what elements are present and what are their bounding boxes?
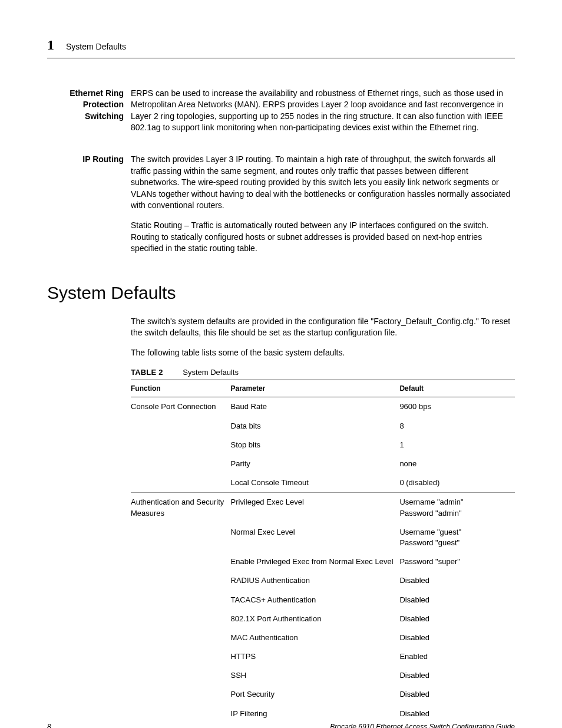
feature-block: IP RoutingThe switch provides Layer 3 IP…	[47, 154, 515, 263]
cell-default: Disabled	[399, 571, 515, 590]
cell-function	[131, 473, 231, 493]
cell-default: 0 (disabled)	[399, 473, 515, 493]
cell-default: Disabled	[399, 704, 515, 723]
table-row: Normal Exec LevelUsername "guest" Passwo…	[131, 523, 515, 552]
table-row: MAC AuthenticationDisabled	[131, 628, 515, 647]
system-defaults-table: Function Parameter Default Console Port …	[131, 380, 515, 728]
cell-default: 9600 bps	[399, 397, 515, 417]
table-caption-label: TABLE 2	[131, 368, 163, 377]
cell-parameter: IP Filtering	[231, 704, 400, 723]
cell-default: Username "admin" Password "admin"	[399, 493, 515, 523]
cell-function	[131, 704, 231, 723]
table-header-default: Default	[399, 380, 515, 397]
table-caption-text: System Defaults	[183, 368, 239, 377]
cell-default: none	[399, 454, 515, 473]
table-row: RADIUS AuthenticationDisabled	[131, 571, 515, 590]
feature-label: Ethernet Ring Protection Switching	[47, 88, 131, 142]
table-row: Port SecurityDisabled	[131, 685, 515, 704]
feature-paragraph: The switch provides Layer 3 IP routing. …	[131, 154, 515, 212]
table-row: HTTPSEnabled	[131, 647, 515, 666]
cell-function	[131, 417, 231, 436]
table-row: Paritynone	[131, 454, 515, 473]
cell-function	[131, 552, 231, 571]
cell-default: Username "guest" Password "guest"	[399, 523, 515, 552]
table-row: SSHDisabled	[131, 666, 515, 685]
feature-text: The switch provides Layer 3 IP routing. …	[131, 154, 515, 263]
table-header-function: Function	[131, 380, 231, 397]
cell-function: Console Port Connection	[131, 397, 231, 417]
table-header-parameter: Parameter	[231, 380, 400, 397]
cell-parameter: MAC Authentication	[231, 628, 400, 647]
table-caption: TABLE 2 System Defaults	[131, 367, 515, 380]
cell-parameter: RADIUS Authentication	[231, 571, 400, 590]
cell-default: Disabled	[399, 610, 515, 628]
section-paragraph: The following table lists some of the ba…	[131, 347, 515, 359]
cell-parameter: SSH	[231, 666, 400, 685]
cell-parameter: Parity	[231, 454, 400, 473]
cell-parameter: Normal Exec Level	[231, 523, 400, 552]
footer-doc-title: Brocade 6910 Ethernet Access Switch Conf…	[330, 722, 515, 728]
chapter-number: 1	[47, 35, 54, 55]
table-row: Enable Privileged Exec from Normal Exec …	[131, 552, 515, 571]
cell-default: Disabled	[399, 666, 515, 685]
cell-parameter: Stop bits	[231, 436, 400, 454]
cell-function	[131, 685, 231, 704]
table-row: Authentication and Security MeasuresPriv…	[131, 493, 515, 523]
cell-function	[131, 666, 231, 685]
table-row: IP FilteringDisabled	[131, 704, 515, 723]
feature-text: ERPS can be used to increase the availab…	[131, 88, 515, 142]
page-footer: 8 Brocade 6910 Ethernet Access Switch Co…	[47, 722, 515, 728]
cell-function: Authentication and Security Measures	[131, 493, 231, 523]
cell-default: Password "super"	[399, 552, 515, 571]
table-row: Data bits8	[131, 417, 515, 436]
feature-block: Ethernet Ring Protection SwitchingERPS c…	[47, 88, 515, 142]
feature-paragraph: ERPS can be used to increase the availab…	[131, 88, 515, 134]
section-heading: System Defaults	[47, 281, 515, 305]
cell-function	[131, 571, 231, 590]
table-row: TACACS+ AuthenticationDisabled	[131, 591, 515, 610]
table-row: Local Console Timeout0 (disabled)	[131, 473, 515, 493]
cell-parameter: Local Console Timeout	[231, 473, 400, 493]
cell-default: Disabled	[399, 591, 515, 610]
table-row: 802.1X Port AuthenticationDisabled	[131, 610, 515, 628]
cell-parameter: TACACS+ Authentication	[231, 591, 400, 610]
table-row: Stop bits1	[131, 436, 515, 454]
cell-default: Disabled	[399, 685, 515, 704]
cell-function	[131, 436, 231, 454]
cell-parameter: Privileged Exec Level	[231, 493, 400, 523]
cell-default: Disabled	[399, 628, 515, 647]
cell-parameter: Data bits	[231, 417, 400, 436]
cell-function	[131, 628, 231, 647]
cell-parameter: Baud Rate	[231, 397, 400, 417]
cell-function	[131, 454, 231, 473]
cell-parameter: Port Security	[231, 685, 400, 704]
cell-default: Enabled	[399, 647, 515, 666]
cell-function	[131, 647, 231, 666]
cell-parameter: HTTPS	[231, 647, 400, 666]
section-paragraph: The switch's system defaults are provide…	[131, 316, 515, 339]
cell-default: 1	[399, 436, 515, 454]
feature-paragraph: Static Routing – Traffic is automaticall…	[131, 220, 515, 255]
table-row: Console Port ConnectionBaud Rate9600 bps	[131, 397, 515, 417]
cell-function	[131, 591, 231, 610]
feature-label: IP Routing	[47, 154, 131, 263]
cell-function	[131, 610, 231, 628]
cell-parameter: 802.1X Port Authentication	[231, 610, 400, 628]
cell-parameter: Enable Privileged Exec from Normal Exec …	[231, 552, 400, 571]
cell-function	[131, 523, 231, 552]
header-section-title: System Defaults	[66, 41, 126, 53]
cell-default: 8	[399, 417, 515, 436]
page-number: 8	[47, 722, 51, 728]
page-header: 1 System Defaults	[47, 35, 515, 58]
